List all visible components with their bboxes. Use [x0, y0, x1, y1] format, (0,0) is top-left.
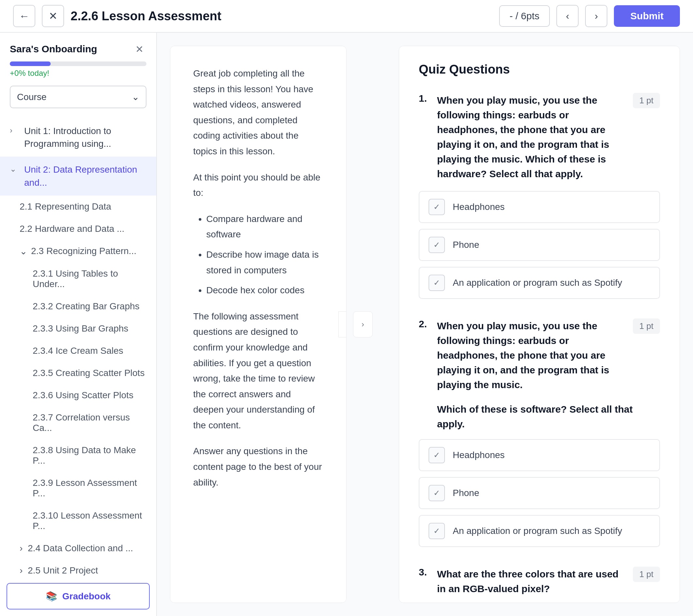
- question-3-num: 3.: [419, 566, 432, 578]
- question-1-option-2[interactable]: ✓ Phone: [419, 229, 660, 261]
- sidebar: Sara's Onboarding ✕ +0% today! Course ⌄ …: [0, 33, 157, 616]
- sidebar-item-2-3-2[interactable]: 2.3.2 Creating Bar Graphs: [0, 295, 156, 317]
- back-button[interactable]: ←: [13, 5, 35, 27]
- course-select[interactable]: Course ⌄: [10, 86, 146, 108]
- sidebar-item-2-3-7[interactable]: 2.3.7 Correlation versus Ca...: [0, 406, 156, 439]
- sidebar-item-2-3-1[interactable]: 2.3.1 Using Tables to Under...: [0, 263, 156, 295]
- checkbox-2-2[interactable]: ✓: [429, 485, 445, 501]
- option-label: Headphones: [453, 202, 505, 212]
- progress-label: +0% today!: [10, 69, 146, 78]
- sidebar-nav: › Unit 1: Introduction to Programming us…: [0, 115, 156, 576]
- question-1-option-3[interactable]: ✓ An application or program such as Spot…: [419, 267, 660, 299]
- instruction-text: Answer any questions in the content page…: [193, 443, 323, 490]
- sidebar-item-label: Unit 1: Introduction to Programming usin…: [24, 124, 146, 150]
- pts-badge: - / 6pts: [499, 5, 550, 27]
- progress-bar-fill: [10, 61, 51, 66]
- topbar: ← ✕ 2.2.6 Lesson Assessment - / 6pts ‹ ›…: [0, 0, 693, 33]
- option-label: An application or program such as Spotif…: [453, 277, 622, 288]
- ability-item: Decode hex color codes: [206, 283, 323, 298]
- chevron-right-icon: ›: [361, 320, 364, 329]
- sidebar-item-2-3-4[interactable]: 2.3.4 Ice Cream Sales: [0, 340, 156, 362]
- assessment-text: The following assessment questions are d…: [193, 309, 323, 433]
- question-2-text: When you play music, you use the followi…: [437, 319, 626, 392]
- checkbox-1-1[interactable]: ✓: [429, 199, 445, 215]
- prev-icon: ‹: [566, 11, 569, 22]
- question-3: 3. What are the three colors that are us…: [419, 566, 660, 603]
- sidebar-item-2-1[interactable]: 2.1 Representing Data: [0, 195, 156, 218]
- sidebar-title-row: Sara's Onboarding ✕: [10, 42, 146, 56]
- right-toggle-area: ›: [353, 33, 373, 616]
- question-1-pts: 1 pt: [633, 93, 660, 108]
- abilities-header: At this point you should be able to:: [193, 170, 323, 201]
- progress-bar-track: [10, 61, 146, 66]
- quiz-panel: Quiz Questions 1. When you play music, y…: [399, 46, 680, 603]
- question-2-num: 2.: [419, 319, 432, 330]
- sidebar-item-2-4[interactable]: › 2.4 Data Collection and ...: [0, 537, 156, 559]
- question-1-text: When you play music, you use the followi…: [437, 93, 626, 181]
- question-1-num: 1.: [419, 93, 432, 104]
- question-2-sub-text: Which of these is software? Select all t…: [437, 402, 660, 431]
- sidebar-item-2-3-5[interactable]: 2.3.5 Creating Scatter Plots: [0, 362, 156, 384]
- question-1-header: 1. When you play music, you use the foll…: [419, 93, 660, 181]
- sidebar-item-2-3-8[interactable]: 2.3.8 Using Data to Make P...: [0, 439, 156, 472]
- next-icon: ›: [595, 11, 598, 22]
- chevron-right-icon: ›: [20, 543, 23, 553]
- question-3-num-text: 3. What are the three colors that are us…: [419, 566, 626, 596]
- main-layout: Sara's Onboarding ✕ +0% today! Course ⌄ …: [0, 33, 693, 616]
- question-2-option-2[interactable]: ✓ Phone: [419, 477, 660, 509]
- chevron-down-icon: ⌄: [20, 246, 27, 257]
- sidebar-item-2-2[interactable]: 2.2 Hardware and Data ...: [0, 218, 156, 240]
- back-icon: ←: [19, 10, 29, 22]
- sidebar-close-button[interactable]: ✕: [132, 42, 146, 56]
- prev-button[interactable]: ‹: [556, 5, 579, 27]
- checkbox-1-2[interactable]: ✓: [429, 237, 445, 253]
- question-2-header: 2. When you play music, you use the foll…: [419, 319, 660, 392]
- content-toggle-button[interactable]: ›: [353, 311, 373, 338]
- sidebar-item-2-3[interactable]: ⌄ 2.3 Recognizing Pattern...: [0, 240, 156, 263]
- sidebar-item-2-3-9[interactable]: 2.3.9 Lesson Assessment P...: [0, 472, 156, 504]
- sidebar-item-unit2[interactable]: ⌄ Unit 2: Data Representation and...: [0, 157, 156, 195]
- submit-button[interactable]: Submit: [614, 5, 680, 27]
- lesson-intro: Great job completing all the steps in th…: [193, 66, 323, 159]
- question-2-option-3[interactable]: ✓ An application or program such as Spot…: [419, 515, 660, 547]
- sidebar-item-2-5[interactable]: › 2.5 Unit 2 Project: [0, 559, 156, 576]
- sidebar-header: Sara's Onboarding ✕ +0% today! Course ⌄: [0, 33, 156, 115]
- sidebar-item-label: Unit 2: Data Representation and...: [24, 163, 146, 189]
- close-button[interactable]: ✕: [42, 5, 64, 27]
- chevron-right-icon: ›: [20, 565, 23, 575]
- lesson-text: Great job completing all the steps in th…: [193, 66, 323, 490]
- chevron-down-icon: ⌄: [10, 165, 19, 174]
- next-button[interactable]: ›: [585, 5, 607, 27]
- option-label: Headphones: [453, 450, 505, 460]
- course-label: Course: [17, 92, 46, 102]
- question-2-pts: 1 pt: [633, 319, 660, 334]
- abilities-list: Compare hardware and software Describe h…: [206, 211, 323, 298]
- ability-item: Describe how image data is stored in com…: [206, 247, 323, 278]
- panel-toggle-button[interactable]: ‹: [338, 311, 346, 338]
- content-area: Great job completing all the steps in th…: [157, 33, 693, 616]
- sidebar-item-2-3-6[interactable]: 2.3.6 Using Scatter Plots: [0, 384, 156, 406]
- question-2-num-text: 2. When you play music, you use the foll…: [419, 319, 626, 392]
- topbar-left: ← ✕ 2.2.6 Lesson Assessment: [13, 5, 493, 27]
- sidebar-title: Sara's Onboarding: [10, 43, 97, 55]
- question-3-pts: 1 pt: [633, 566, 660, 582]
- checkbox-2-1[interactable]: ✓: [429, 447, 445, 463]
- checkbox-1-3[interactable]: ✓: [429, 275, 445, 291]
- close-icon: ✕: [49, 10, 58, 22]
- chevron-right-icon: ›: [10, 126, 19, 135]
- gradebook-label: Gradebook: [62, 591, 111, 602]
- question-3-text: What are the three colors that are used …: [437, 566, 626, 596]
- option-label: Phone: [453, 488, 479, 498]
- sidebar-item-2-3-3[interactable]: 2.3.3 Using Bar Graphs: [0, 317, 156, 340]
- checkbox-2-3[interactable]: ✓: [429, 523, 445, 539]
- sidebar-item-2-3-10[interactable]: 2.3.10 Lesson Assessment P...: [0, 504, 156, 537]
- chevron-down-icon: ⌄: [132, 92, 139, 102]
- option-label: Phone: [453, 240, 479, 250]
- sidebar-item-unit1[interactable]: › Unit 1: Introduction to Programming us…: [0, 118, 156, 157]
- option-label: An application or program such as Spotif…: [453, 526, 622, 536]
- question-1-option-1[interactable]: ✓ Headphones: [419, 191, 660, 223]
- page-title: 2.2.6 Lesson Assessment: [71, 9, 221, 23]
- topbar-right: - / 6pts ‹ › Submit: [499, 5, 680, 27]
- gradebook-button[interactable]: 📚 Gradebook: [6, 583, 150, 610]
- question-2-option-1[interactable]: ✓ Headphones: [419, 439, 660, 471]
